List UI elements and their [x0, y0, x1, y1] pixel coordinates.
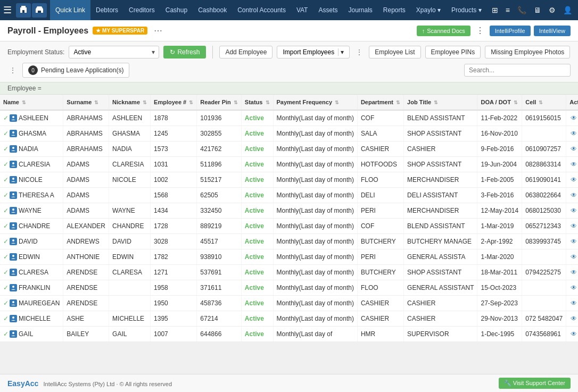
col-surname[interactable]: Surname ⇅ — [63, 95, 109, 110]
nav-grid-icon[interactable]: ⊞ — [489, 4, 501, 16]
cell-reader-pin: 45517 — [197, 234, 242, 249]
action-view-button[interactable]: 👁 — [569, 237, 578, 246]
col-employee-no[interactable]: Employee # ⇅ — [151, 95, 197, 110]
employee-list-button[interactable]: Employee List — [369, 46, 420, 59]
cell-nickname: DAVID — [109, 234, 151, 249]
action-view-button[interactable]: 👁 — [569, 129, 578, 138]
action-view-button[interactable]: 👁 — [569, 221, 578, 231]
nav-settings-icon[interactable]: ⚙ — [546, 4, 558, 16]
nav-phone-icon[interactable]: 📞 — [515, 4, 529, 16]
scanned-docs-button[interactable]: ↑ Scanned Docs — [417, 26, 470, 36]
action-view-button[interactable]: 👁 — [569, 268, 578, 277]
nav-creditors[interactable]: Creditors — [123, 0, 160, 20]
cell-surname: ADAMS — [63, 188, 109, 203]
page-title: Payroll - Employees — [7, 26, 88, 36]
table-row: ✓ FRANKLIN ARENDSE 1958 371611 Active Mo… — [0, 280, 578, 296]
action-view-button[interactable]: 👁 — [569, 298, 578, 308]
cell-payment-freq: Monthly(Last day of month) — [273, 296, 357, 311]
hamburger-menu[interactable]: ☰ — [3, 4, 12, 16]
nav-reports[interactable]: Reports — [378, 0, 411, 20]
cell-surname: ADAMS — [63, 172, 109, 188]
cell-action: 👁 🕐 🔧 ✏ ☆ ✕ — [566, 172, 578, 188]
cell-surname: ADAMS — [63, 203, 109, 219]
action-view-button[interactable]: 👁 — [569, 175, 578, 185]
action-icons-group: 👁 🕐 🔧 ✏ ☆ ✕ — [569, 144, 578, 154]
svg-point-8 — [12, 162, 14, 164]
table-row: ✓ EDWIN ANTHONIE EDWIN 1782 938910 Activ… — [0, 249, 578, 265]
search-input[interactable] — [464, 64, 571, 77]
nav-xpaylo[interactable]: Xpaylo ▾ — [411, 0, 446, 20]
cell-status: Active — [241, 311, 273, 327]
action-view-button[interactable]: 👁 — [569, 252, 578, 262]
action-view-button[interactable]: 👁 — [569, 329, 578, 339]
cell-doa: 15-Oct-2023 — [477, 280, 522, 296]
cell-status: Active — [241, 188, 273, 203]
employee-photo-icon — [10, 114, 17, 122]
nav-debtors[interactable]: Debtors — [90, 0, 123, 20]
action-icons-group: 👁 🕐 🔧 ✏ ☆ ✕ — [569, 252, 578, 262]
nav-cashup[interactable]: Cashup — [160, 0, 193, 20]
check-icon: ✓ — [3, 330, 9, 338]
import-employees-button[interactable]: Import Employees — [283, 48, 334, 56]
nav-cashbook[interactable]: Cashbook — [193, 0, 232, 20]
scanned-docs-more-button[interactable]: ⋮ — [474, 24, 486, 37]
action-view-button[interactable]: 👁 — [569, 314, 578, 323]
nav-user-icon[interactable]: 👤 — [560, 4, 575, 16]
employment-status-select[interactable]: Active Inactive All — [69, 46, 159, 59]
import-more-button[interactable]: ⋮ — [354, 47, 365, 57]
intelliprofile-button[interactable]: IntelliProfile — [490, 26, 531, 36]
cell-cell: 0839993745 — [522, 234, 566, 249]
cell-department: HOTFOODS — [357, 157, 403, 172]
header-more-button[interactable]: ⋯ — [152, 24, 164, 37]
refresh-button[interactable]: ↻ Refresh — [163, 46, 206, 59]
cell-name: ✓ THERESA A — [0, 188, 63, 203]
cell-job-title: SUPERVISOR — [404, 327, 477, 342]
col-cell[interactable]: Cell ⇅ — [522, 95, 566, 110]
svg-point-11 — [12, 208, 14, 211]
status-badge: Active — [245, 176, 264, 184]
status-badge: Active — [245, 269, 264, 276]
cell-cell — [522, 126, 566, 141]
col-doa[interactable]: DOA / DOT ⇅ — [477, 95, 522, 110]
cell-job-title: SHOP ASSISTANT — [404, 126, 477, 141]
status-badge: Active — [245, 238, 264, 245]
cell-doa: 1-Dec-1995 — [477, 327, 522, 342]
cell-status: Active — [241, 172, 273, 188]
nav-journals[interactable]: Journals — [343, 0, 377, 20]
table-row: ✓ DAVID ANDREWS DAVID 3028 45517 Active … — [0, 234, 578, 249]
pending-leave-button[interactable]: 0 Pending Leave Application(s) — [22, 63, 129, 78]
actions-more-button[interactable]: ⋮ — [7, 65, 18, 75]
check-icon: ✓ — [3, 253, 9, 261]
col-status[interactable]: Status ⇅ — [241, 95, 273, 110]
add-employee-button[interactable]: Add Employee — [219, 46, 273, 59]
svg-point-17 — [12, 301, 14, 303]
nav-quick-link[interactable]: Quick Link — [50, 0, 90, 20]
nav-building-icon[interactable] — [16, 3, 31, 18]
action-view-button[interactable]: 👁 — [569, 206, 578, 215]
col-nickname[interactable]: Nickname ⇅ — [109, 95, 151, 110]
nav-products[interactable]: Products ▾ — [446, 0, 487, 20]
nav-vat[interactable]: VAT — [291, 0, 313, 20]
nav-control-accounts[interactable]: Control Accounts — [232, 0, 291, 20]
cell-job-title: BLEND ASSISTANT — [404, 219, 477, 234]
col-name[interactable]: Name ⇅ — [0, 95, 63, 110]
nav-monitor-icon[interactable]: 🖥 — [531, 4, 544, 16]
missing-photos-button[interactable]: Missing Employee Photos — [485, 46, 570, 59]
nav-store-icon[interactable] — [32, 3, 47, 18]
col-job-title[interactable]: Job Title ⇅ — [404, 95, 477, 110]
action-view-button[interactable]: 👁 — [569, 113, 578, 123]
employee-pins-button[interactable]: Employee PINs — [425, 46, 481, 59]
col-payment-freq[interactable]: Payment Frequency ⇅ — [273, 95, 357, 110]
nav-list-icon[interactable]: ≡ — [503, 4, 513, 16]
nav-assets[interactable]: Assets — [313, 0, 343, 20]
action-view-button[interactable]: 👁 — [569, 283, 578, 293]
cell-cell — [522, 280, 566, 296]
cell-action: 👁 🕐 🔧 ✏ ☆ ✕ — [566, 280, 578, 296]
action-view-button[interactable]: 👁 — [569, 190, 578, 200]
col-reader-pin[interactable]: Reader Pin ⇅ — [197, 95, 242, 110]
action-view-button[interactable]: 👁 — [569, 144, 578, 154]
action-view-button[interactable]: 👁 — [569, 160, 578, 169]
col-department[interactable]: Department ⇅ — [357, 95, 403, 110]
import-dropdown-arrow[interactable]: ▾ — [338, 48, 344, 56]
intelliview-button[interactable]: IntelliView — [534, 26, 571, 36]
